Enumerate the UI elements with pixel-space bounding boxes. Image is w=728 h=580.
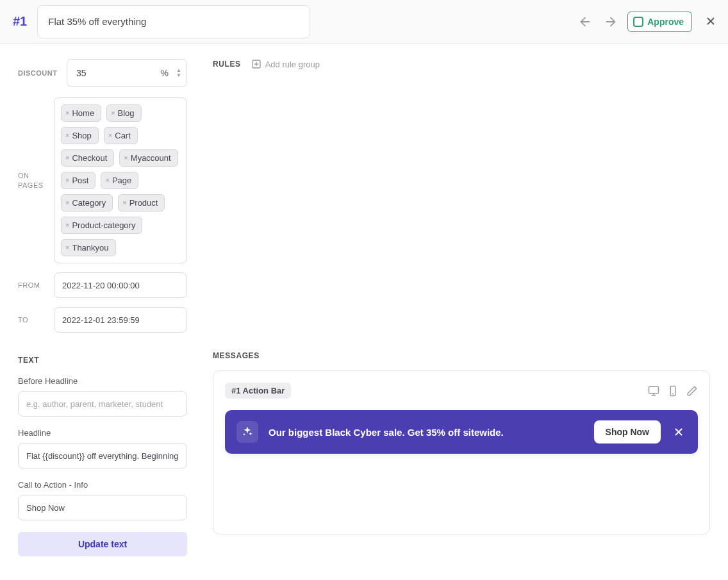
tag-label: Checkout — [72, 153, 107, 163]
page-tag[interactable]: ×Page — [101, 172, 138, 189]
page-tag[interactable]: ×Home — [61, 104, 101, 122]
page-tag[interactable]: ×Post — [61, 172, 95, 189]
before-headline-label: Before Headline — [18, 376, 187, 386]
messages-title: MESSAGES — [213, 351, 710, 360]
mobile-icon — [667, 385, 679, 397]
discount-unit: % — [161, 68, 169, 78]
tag-label: Post — [72, 176, 88, 185]
page-tag[interactable]: ×Product-category — [61, 217, 142, 234]
update-text-button[interactable]: Update text — [18, 532, 187, 556]
from-label: FROM — [18, 272, 54, 298]
tag-label: Thankyou — [72, 243, 108, 253]
add-rule-group-button[interactable]: Add rule group — [251, 59, 320, 69]
cta-label: Call to Action - Info — [18, 480, 187, 490]
before-headline-input[interactable] — [18, 391, 187, 417]
text-section-title: TEXT — [18, 356, 187, 365]
page-tag[interactable]: ×Blog — [106, 104, 141, 122]
desktop-preview-button[interactable] — [648, 385, 659, 397]
settings-panel: DISCOUNT % ▲▼ ON PAGES ×Home×Blog×Shop×C… — [18, 59, 187, 556]
editor-header: #1 Approve — [0, 0, 728, 44]
discount-input[interactable] — [67, 60, 186, 87]
headline-label: Headline — [18, 428, 187, 438]
svg-rect-7 — [649, 386, 659, 394]
close-icon — [673, 426, 684, 438]
checkbox-icon — [633, 17, 643, 27]
discount-label: DISCOUNT — [18, 69, 67, 78]
remove-tag-icon[interactable]: × — [65, 132, 69, 139]
close-icon — [705, 15, 716, 27]
on-pages-tags[interactable]: ×Home×Blog×Shop×Cart×Checkout×Myaccount×… — [54, 97, 187, 263]
next-arrow-button[interactable] — [602, 13, 620, 31]
action-bar-preview: Our biggest Black Cyber sale. Get 35% of… — [225, 410, 698, 454]
remove-tag-icon[interactable]: × — [122, 199, 126, 206]
tag-label: Myaccount — [131, 153, 171, 163]
chevron-down-icon[interactable]: ▼ — [176, 73, 181, 78]
remove-tag-icon[interactable]: × — [65, 222, 69, 229]
page-tag[interactable]: ×Myaccount — [119, 149, 178, 167]
banner-close-button[interactable] — [671, 424, 686, 440]
tag-label: Page — [112, 176, 131, 185]
page-tag[interactable]: ×Category — [61, 194, 113, 211]
banner-cta-button[interactable]: Shop Now — [594, 420, 661, 443]
remove-tag-icon[interactable]: × — [65, 110, 69, 117]
messages-card: #1 Action Bar Our biggest — [213, 370, 710, 534]
page-tag[interactable]: ×Cart — [104, 127, 138, 144]
remove-tag-icon[interactable]: × — [65, 199, 69, 206]
close-editor-button[interactable] — [705, 15, 718, 28]
cta-input[interactable] — [18, 495, 187, 520]
mobile-preview-button[interactable] — [667, 385, 679, 397]
tag-label: Cart — [115, 131, 131, 140]
page-tag[interactable]: ×Product — [118, 194, 165, 211]
rules-title: RULES — [213, 60, 241, 69]
plus-square-icon — [251, 59, 261, 69]
tag-label: Category — [72, 198, 106, 208]
remove-tag-icon[interactable]: × — [65, 244, 69, 251]
number-stepper[interactable]: ▲▼ — [176, 68, 181, 78]
remove-tag-icon[interactable]: × — [105, 177, 109, 184]
tag-label: Home — [72, 108, 94, 118]
arrow-right-icon — [604, 15, 618, 29]
headline-input[interactable] — [18, 443, 187, 468]
pencil-icon — [686, 385, 698, 397]
on-pages-label: ON PAGES — [18, 171, 54, 190]
from-date-input[interactable] — [54, 272, 187, 298]
tag-label: Blog — [118, 108, 135, 118]
sparkle-badge — [236, 421, 258, 443]
page-tag[interactable]: ×Checkout — [61, 149, 114, 167]
tag-label: Shop — [72, 131, 91, 140]
edit-message-button[interactable] — [686, 385, 698, 397]
message-chip[interactable]: #1 Action Bar — [225, 383, 291, 399]
page-tag[interactable]: ×Shop — [61, 127, 99, 144]
desktop-icon — [648, 385, 659, 397]
remove-tag-icon[interactable]: × — [65, 177, 69, 184]
add-rule-group-label: Add rule group — [265, 60, 320, 69]
approve-button[interactable]: Approve — [627, 12, 692, 32]
remove-tag-icon[interactable]: × — [65, 154, 69, 162]
variant-number: #1 — [13, 14, 27, 29]
tag-label: Product — [129, 198, 158, 208]
remove-tag-icon[interactable]: × — [111, 110, 115, 117]
arrow-left-icon — [578, 15, 592, 29]
sparkle-icon — [241, 426, 254, 438]
remove-tag-icon[interactable]: × — [124, 154, 128, 162]
remove-tag-icon[interactable]: × — [108, 132, 112, 139]
tag-label: Product-category — [72, 220, 135, 230]
banner-text: Our biggest Black Cyber sale. Get 35% of… — [269, 427, 584, 438]
page-tag[interactable]: ×Thankyou — [61, 239, 116, 256]
campaign-title-input[interactable] — [37, 5, 310, 38]
prev-arrow-button[interactable] — [576, 13, 594, 31]
approve-label: Approve — [647, 17, 684, 27]
to-date-input[interactable] — [54, 307, 187, 333]
to-label: TO — [18, 307, 54, 333]
preview-panel: RULES Add rule group MESSAGES #1 Action … — [213, 59, 710, 556]
